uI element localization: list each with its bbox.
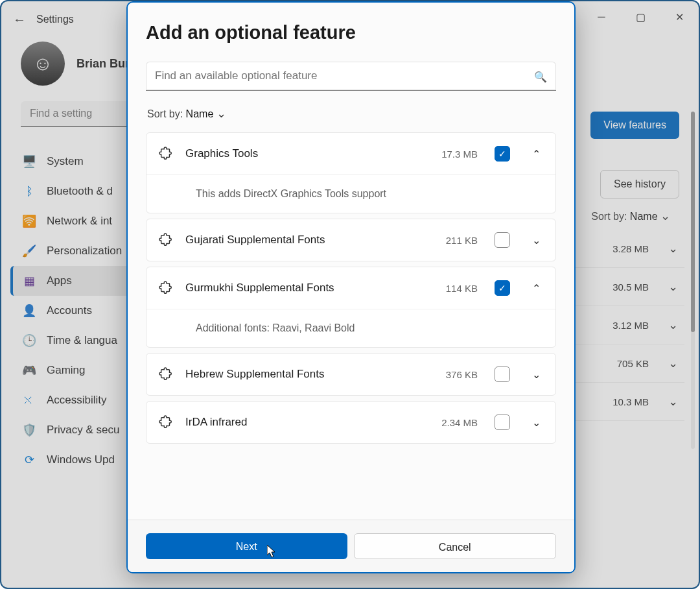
puzzle-icon [158,367,174,382]
feature-checkbox[interactable]: ✓ [495,280,510,296]
chevron-up-icon[interactable]: ⌃ [528,282,544,294]
chevron-down-icon[interactable]: ⌄ [528,368,544,381]
feature-card: Gurmukhi Supplemental Fonts 114 KB ✓ ⌃Ad… [146,267,556,348]
feature-size: 114 KB [446,283,478,294]
chevron-down-icon[interactable]: ⌄ [528,234,544,246]
modal-footer: Next Cancel [128,520,574,572]
feature-size: 17.3 MB [441,149,478,160]
feature-checkbox[interactable] [495,415,510,430]
feature-description: Additional fonts: Raavi, Raavi Bold [146,309,555,347]
next-button[interactable]: Next [146,533,347,559]
feature-card: IrDA infrared 2.34 MB ⌄ [146,401,556,444]
chevron-up-icon[interactable]: ⌃ [528,148,544,160]
puzzle-icon [158,146,174,162]
search-icon: 🔍 [534,70,547,82]
feature-size: 2.34 MB [441,417,478,428]
chevron-down-icon: ⌄ [216,107,226,120]
feature-description: This adds DirectX Graphics Tools support [146,174,555,213]
chevron-down-icon[interactable]: ⌄ [528,416,544,429]
feature-name: Gujarati Supplemental Fonts [185,234,434,246]
sort-by-control[interactable]: Sort by: Name ⌄ [128,97,574,132]
feature-row[interactable]: IrDA infrared 2.34 MB ⌄ [146,402,555,443]
puzzle-icon [158,415,174,430]
search-feature-input[interactable] [146,62,556,91]
feature-size: 211 KB [446,235,478,246]
feature-name: Graphics Tools [185,147,430,160]
feature-checkbox[interactable] [495,232,510,248]
feature-checkbox[interactable]: ✓ [495,146,510,162]
cancel-button[interactable]: Cancel [354,533,557,559]
feature-card: Gujarati Supplemental Fonts 211 KB ⌄ [146,219,556,261]
add-feature-modal: Add an optional feature 🔍 Sort by: Name … [126,1,576,573]
feature-row[interactable]: Hebrew Supplemental Fonts 376 KB ⌄ [146,354,555,395]
modal-title: Add an optional feature [146,22,556,43]
feature-name: Gurmukhi Supplemental Fonts [185,282,434,294]
puzzle-icon [158,232,174,248]
feature-name: IrDA infrared [185,416,430,429]
feature-card: Hebrew Supplemental Fonts 376 KB ⌄ [146,353,556,396]
feature-row[interactable]: Gurmukhi Supplemental Fonts 114 KB ✓ ⌃ [146,267,555,309]
feature-row[interactable]: Gujarati Supplemental Fonts 211 KB ⌄ [146,219,555,261]
cursor-icon [267,545,277,558]
puzzle-icon [158,280,174,296]
feature-name: Hebrew Supplemental Fonts [185,368,434,381]
feature-size: 376 KB [446,369,478,380]
feature-card: Graphics Tools 17.3 MB ✓ ⌃This adds Dire… [146,132,556,213]
feature-list: Graphics Tools 17.3 MB ✓ ⌃This adds Dire… [128,132,574,520]
feature-row[interactable]: Graphics Tools 17.3 MB ✓ ⌃ [146,133,555,174]
feature-checkbox[interactable] [495,367,510,382]
